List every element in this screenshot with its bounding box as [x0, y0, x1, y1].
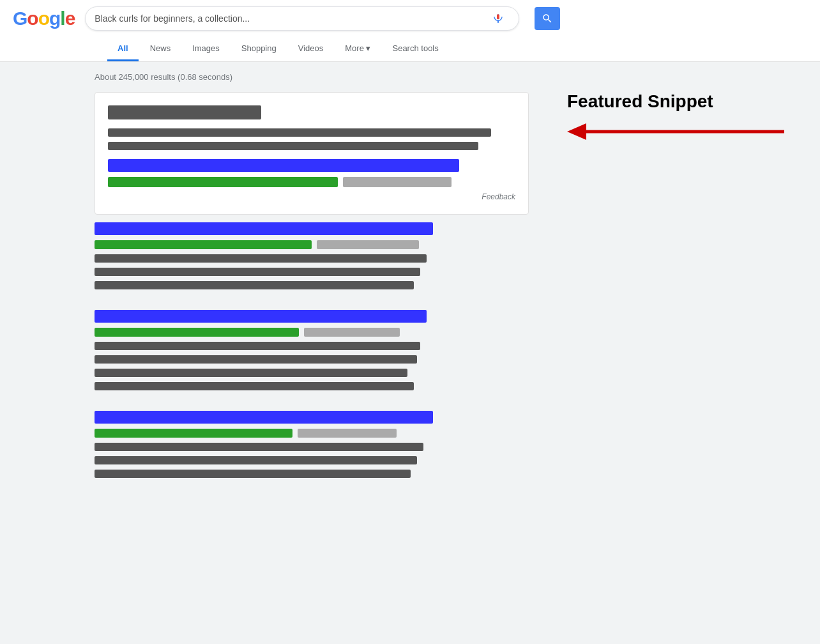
- result3-title[interactable]: [95, 411, 433, 424]
- logo-l: l: [60, 8, 65, 29]
- result1-url-row: [95, 240, 529, 249]
- snippet-gray-bar: [343, 177, 452, 187]
- result-item-3: [95, 411, 529, 478]
- search-button[interactable]: [535, 7, 560, 30]
- results-area: About 245,000 results (0.68 seconds) Fee…: [95, 72, 529, 498]
- snippet-title-bar: [108, 105, 261, 119]
- header-top: Google: [13, 6, 807, 37]
- result-item-2: [95, 310, 529, 390]
- snippet-line-2: [108, 142, 478, 150]
- featured-snippet-label: Featured Snippet: [567, 91, 807, 112]
- logo-o2: o: [38, 8, 49, 29]
- result1-green: [95, 240, 312, 249]
- tab-search-tools[interactable]: Search tools: [382, 37, 448, 61]
- result1-gray: [317, 240, 419, 249]
- tab-videos[interactable]: Videos: [288, 37, 334, 61]
- result3-line3: [95, 470, 411, 478]
- nav-tabs: All News Images Shopping Videos More ▾ S…: [13, 37, 807, 61]
- result3-url-row: [95, 429, 529, 438]
- result2-line1: [95, 342, 420, 350]
- search-input[interactable]: [95, 13, 492, 24]
- result2-line4: [95, 382, 414, 390]
- featured-snippet-box: Feedback: [95, 92, 529, 215]
- result2-green: [95, 328, 299, 337]
- result3-gray: [298, 429, 397, 438]
- result1-line3: [95, 281, 414, 289]
- result1-title[interactable]: [95, 222, 433, 235]
- tab-news[interactable]: News: [140, 37, 181, 61]
- tab-shopping[interactable]: Shopping: [231, 37, 287, 61]
- google-logo: Google: [13, 8, 75, 29]
- search-bar[interactable]: [85, 6, 519, 31]
- result-item-1: [95, 222, 529, 289]
- snippet-line-1: [108, 128, 491, 137]
- featured-snippet-arrow: [567, 122, 784, 141]
- result2-gray: [304, 328, 400, 337]
- snippet-blue-bar: [108, 159, 459, 172]
- snippet-bar-row: [108, 177, 515, 187]
- snippet-green-bar: [108, 177, 338, 187]
- results-count: About 245,000 results (0.68 seconds): [95, 72, 529, 82]
- result2-line3: [95, 369, 407, 377]
- logo-g2: g: [49, 8, 60, 29]
- result2-url-row: [95, 328, 529, 337]
- result2-title[interactable]: [95, 310, 427, 323]
- tab-all[interactable]: All: [107, 37, 139, 61]
- logo-e: e: [65, 8, 75, 29]
- main-content: About 245,000 results (0.68 seconds) Fee…: [0, 62, 820, 509]
- svg-marker-1: [567, 123, 586, 140]
- logo-o1: o: [27, 8, 38, 29]
- feedback-text[interactable]: Feedback: [108, 192, 515, 201]
- result1-line2: [95, 268, 420, 276]
- right-panel: Featured Snippet: [529, 72, 807, 498]
- tab-more[interactable]: More ▾: [335, 37, 381, 61]
- result2-line2: [95, 355, 417, 364]
- result1-line1: [95, 254, 427, 263]
- result3-line1: [95, 443, 423, 451]
- header: Google All News Images Shopping Videos: [0, 0, 820, 62]
- logo-g: G: [13, 8, 27, 29]
- tab-images[interactable]: Images: [182, 37, 230, 61]
- arrow-container: [567, 122, 807, 141]
- result3-line2: [95, 456, 417, 464]
- mic-icon[interactable]: [492, 12, 505, 25]
- result3-green: [95, 429, 292, 438]
